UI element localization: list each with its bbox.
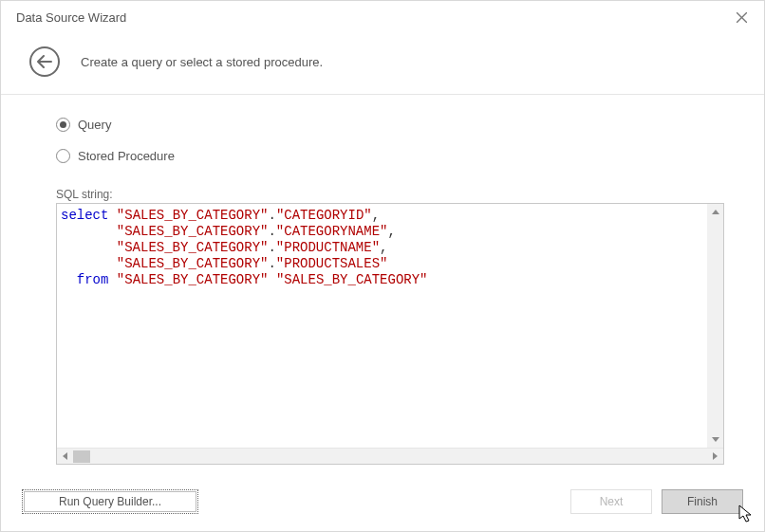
run-query-builder-label: Run Query Builder...: [59, 495, 161, 508]
arrow-left-icon: [37, 55, 52, 68]
horizontal-scrollbar[interactable]: [57, 448, 723, 464]
footer-right: Next Finish: [570, 489, 743, 514]
scroll-right-icon[interactable]: [707, 449, 723, 465]
radio-icon: [56, 149, 70, 163]
scroll-left-icon[interactable]: [57, 449, 73, 465]
finish-label: Finish: [687, 495, 718, 508]
close-icon: [737, 12, 747, 23]
next-button: Next: [570, 489, 652, 514]
sql-string-label: SQL string:: [56, 188, 724, 201]
wizard-header: Create a query or select a stored proced…: [1, 33, 764, 95]
radio-icon: [56, 118, 70, 132]
back-button[interactable]: [29, 46, 60, 77]
wizard-subtitle: Create a query or select a stored proced…: [81, 55, 323, 69]
radio-stored-procedure[interactable]: Stored Procedure: [56, 149, 724, 163]
radio-query[interactable]: Query: [56, 118, 724, 132]
scroll-down-icon[interactable]: [707, 431, 723, 448]
run-query-builder-button[interactable]: Run Query Builder...: [22, 489, 198, 514]
window-title: Data Source Wizard: [16, 10, 126, 25]
close-button[interactable]: [732, 8, 751, 27]
wizard-body: Query Stored Procedure SQL string: selec…: [1, 95, 764, 465]
wizard-window: Data Source Wizard Create a query or sel…: [0, 0, 765, 532]
next-label: Next: [600, 495, 624, 508]
scroll-up-icon[interactable]: [707, 204, 723, 220]
titlebar: Data Source Wizard: [1, 1, 764, 33]
scrollbar-thumb[interactable]: [73, 450, 90, 463]
wizard-footer: Run Query Builder... Next Finish: [1, 465, 764, 531]
sql-editor[interactable]: select "SALES_BY_CATEGORY"."CATEGORYID",…: [56, 203, 724, 465]
vertical-scrollbar[interactable]: [707, 204, 723, 448]
radio-stored-procedure-label: Stored Procedure: [78, 149, 175, 163]
sql-content[interactable]: select "SALES_BY_CATEGORY"."CATEGORYID",…: [57, 204, 723, 448]
radio-query-label: Query: [78, 118, 111, 132]
scrollbar-track[interactable]: [73, 449, 707, 464]
finish-button[interactable]: Finish: [662, 489, 743, 514]
